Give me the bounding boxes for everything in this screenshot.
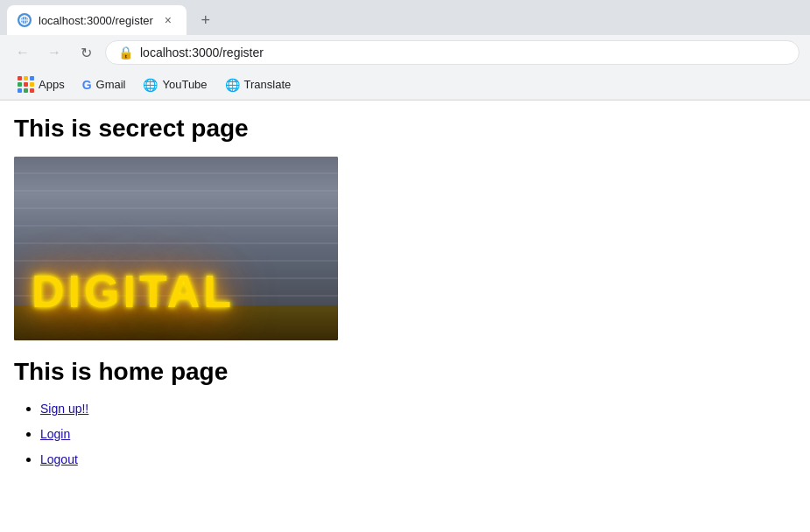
digital-image: DIGITAL — [14, 157, 338, 340]
reload-button[interactable]: ↻ — [74, 40, 98, 65]
bookmark-apps-label: Apps — [39, 78, 65, 91]
list-item-login: Login — [40, 422, 796, 447]
bookmark-translate-label: Translate — [244, 78, 292, 91]
bookmark-apps[interactable]: Apps — [11, 74, 72, 95]
translate-globe-icon: 🌐 — [225, 78, 240, 92]
bookmarks-bar: Apps G Gmail 🌐 YouTube 🌐 Translate — [0, 70, 810, 100]
neon-digital-text: DIGITAL — [32, 269, 235, 314]
browser-chrome: localhost:3000/register × + ← → ↻ 🔒 loca… — [0, 0, 810, 101]
secret-page-title: This is secrect page — [14, 115, 796, 143]
address-bar: ← → ↻ 🔒 localhost:3000/register — [0, 35, 810, 70]
bookmark-youtube[interactable]: 🌐 YouTube — [136, 75, 214, 94]
login-link[interactable]: Login — [40, 427, 70, 441]
tab-title: localhost:3000/register — [39, 14, 153, 27]
forward-button[interactable]: → — [42, 40, 67, 65]
list-item-logout: Logout — [40, 447, 796, 472]
bookmark-gmail[interactable]: G Gmail — [75, 75, 133, 94]
browser-tab[interactable]: localhost:3000/register × — [7, 5, 187, 35]
logout-link[interactable]: Logout — [40, 452, 78, 466]
url-text: localhost:3000/register — [140, 46, 264, 60]
lock-icon: 🔒 — [118, 46, 133, 60]
bookmark-translate[interactable]: 🌐 Translate — [218, 75, 299, 94]
tab-favicon — [18, 13, 32, 27]
home-page-title: This is home page — [14, 358, 796, 386]
tab-bar: localhost:3000/register × + — [0, 0, 810, 35]
page-content: This is secrect page DIGITAL This is hom… — [0, 101, 810, 532]
tab-close-button[interactable]: × — [160, 12, 176, 28]
back-button[interactable]: ← — [11, 40, 35, 65]
bookmark-youtube-label: YouTube — [162, 78, 207, 91]
apps-grid-icon — [18, 76, 34, 93]
nav-link-list: Sign up!! Login Logout — [40, 396, 796, 472]
url-box[interactable]: 🔒 localhost:3000/register — [105, 40, 799, 65]
signup-link[interactable]: Sign up!! — [40, 402, 88, 416]
new-tab-button[interactable]: + — [194, 8, 218, 32]
google-g-icon: G — [82, 78, 92, 92]
list-item-signup: Sign up!! — [40, 396, 796, 422]
youtube-globe-icon: 🌐 — [143, 78, 158, 92]
bookmark-gmail-label: Gmail — [96, 78, 126, 91]
